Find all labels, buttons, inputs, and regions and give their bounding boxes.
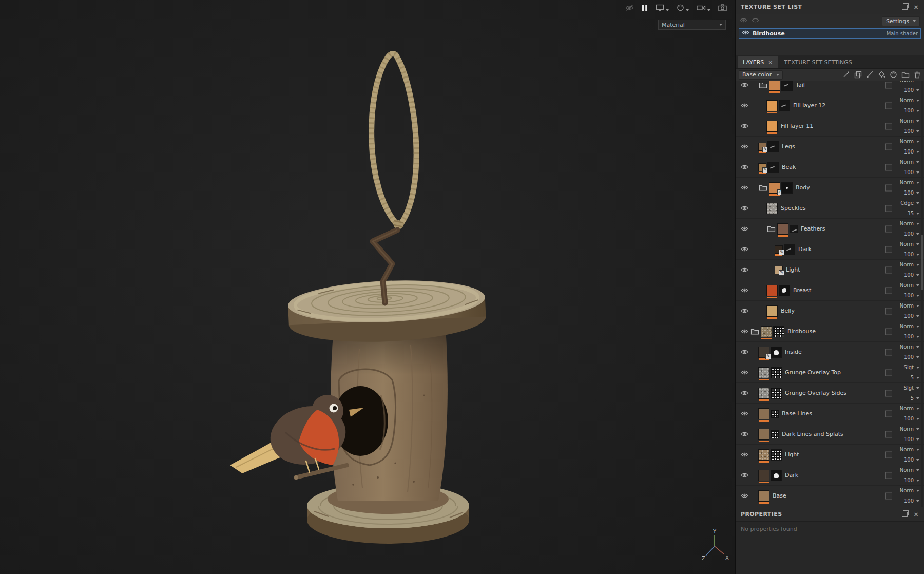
layer-visibility-toggle[interactable] <box>738 431 750 437</box>
layer-opacity[interactable]: 100 <box>904 87 919 93</box>
layer-name[interactable]: Dark <box>785 472 798 479</box>
layer-row[interactable]: Base Norm 100 <box>736 486 924 506</box>
layer-visibility-toggle[interactable] <box>738 472 750 478</box>
layer-blend-mode[interactable]: Norm <box>900 262 919 267</box>
layer-blend-mode[interactable]: Norm <box>900 98 919 103</box>
layer-row[interactable]: 2 Body Norm 100 <box>736 178 924 198</box>
material-mode-dropdown[interactable]: Material <box>658 20 726 30</box>
layer-row[interactable]: Speckles Cdge 35 <box>736 198 924 219</box>
layer-blend-mode[interactable]: Norm <box>900 159 919 165</box>
layer-row[interactable]: ✎ Beak Norm 100 <box>736 157 924 178</box>
layer-thumbnail[interactable] <box>767 285 777 296</box>
layer-row[interactable]: Breast Norm 100 <box>736 280 924 301</box>
layer-thumbnail[interactable] <box>759 450 769 460</box>
add-layer-icon[interactable] <box>854 71 862 79</box>
pause-icon[interactable] <box>642 4 648 11</box>
layer-thumbnail[interactable] <box>790 225 797 233</box>
layer-opacity[interactable]: 5 <box>911 375 919 380</box>
layer-thumbnail[interactable] <box>771 431 778 438</box>
display-mode-icon[interactable] <box>656 4 669 11</box>
layer-row[interactable]: ✎ Light Norm 100 <box>736 260 924 280</box>
layer-name[interactable]: Light <box>785 451 799 458</box>
layer-blend-mode[interactable]: Norm <box>900 344 919 350</box>
layer-thumbnail[interactable] <box>759 470 769 481</box>
layer-thumbnail[interactable] <box>759 368 769 378</box>
layer-name[interactable]: Light <box>786 266 800 273</box>
close-panel-icon[interactable]: × <box>914 4 919 10</box>
layer-blend-mode[interactable]: Norm <box>900 323 919 329</box>
layer-blend-mode[interactable]: Slgt <box>904 385 919 391</box>
layer-visibility-toggle[interactable] <box>738 205 750 211</box>
layer-row[interactable]: ✎ Dark Norm 100 <box>736 239 924 260</box>
eye-icon[interactable] <box>742 30 749 37</box>
delete-trash-icon[interactable] <box>914 71 921 79</box>
layer-opacity[interactable]: 100 <box>904 313 919 319</box>
viewport-3d[interactable]: Material Y Z X <box>0 0 735 574</box>
layer-blend-mode[interactable]: Norm <box>900 118 919 124</box>
layer-visibility-toggle[interactable] <box>738 308 750 314</box>
fill-bucket-icon[interactable] <box>878 71 886 79</box>
layer-opacity[interactable]: 100 <box>904 108 919 113</box>
settings-button[interactable]: Settings <box>882 16 920 26</box>
layer-thumbnail[interactable] <box>778 224 788 234</box>
layer-thumbnail[interactable]: 2 <box>769 183 780 193</box>
layer-thumbnail[interactable] <box>769 81 780 90</box>
layer-row[interactable]: Belly Norm 100 <box>736 301 924 321</box>
layer-thumbnail[interactable] <box>768 162 778 173</box>
texture-set-item-birdhouse[interactable]: Birdhouse Main shader <box>739 28 921 39</box>
layer-visibility-toggle[interactable] <box>738 329 750 334</box>
layer-visibility-toggle[interactable] <box>738 82 750 88</box>
layer-visibility-toggle[interactable] <box>738 288 750 293</box>
layer-visibility-toggle[interactable] <box>738 246 750 252</box>
layer-name[interactable]: Fill layer 12 <box>793 102 825 109</box>
layer-blend-mode[interactable]: Norm <box>900 180 919 185</box>
layer-visibility-toggle[interactable] <box>738 185 750 190</box>
layer-name[interactable]: Birdhouse <box>787 328 816 335</box>
layer-row[interactable]: ✎ Inside Norm 100 <box>736 342 924 362</box>
layer-visibility-toggle[interactable] <box>738 370 750 375</box>
effects-wand-icon[interactable] <box>842 71 850 79</box>
layer-thumbnail[interactable] <box>767 101 777 111</box>
layer-row[interactable]: Grunge Overlay Sides Slgt 5 <box>736 383 924 404</box>
scrollbar-thumb[interactable] <box>921 235 923 290</box>
layer-name[interactable]: Legs <box>782 143 795 150</box>
layer-thumbnail[interactable] <box>771 450 781 460</box>
float-panel-icon[interactable] <box>902 5 908 10</box>
layer-opacity[interactable]: 100 <box>904 477 919 483</box>
add-folder-icon[interactable] <box>901 71 910 79</box>
solo-view-icon[interactable] <box>752 17 759 25</box>
layer-blend-mode[interactable]: Norm <box>900 303 919 309</box>
screenshot-icon[interactable] <box>718 4 727 11</box>
layer-name[interactable]: Inside <box>785 349 802 355</box>
layer-thumbnail[interactable] <box>767 306 777 316</box>
layer-thumbnail[interactable] <box>767 121 777 131</box>
navigation-gizmo[interactable]: Y Z X <box>701 529 730 562</box>
layer-row[interactable]: Base Lines Norm 100 <box>736 404 924 424</box>
float-panel-icon[interactable] <box>902 512 908 517</box>
layer-name[interactable]: Belly <box>781 308 795 314</box>
camera-video-icon[interactable] <box>697 4 710 11</box>
layer-name[interactable]: Feathers <box>801 225 825 232</box>
layer-name[interactable]: Grunge Overlay Top <box>785 369 841 376</box>
layer-visibility-toggle[interactable] <box>738 493 750 499</box>
layer-blend-mode[interactable]: Norm <box>900 488 919 493</box>
layer-name[interactable]: Dark <box>798 246 812 253</box>
layers-scrollbar[interactable] <box>921 81 923 507</box>
layer-thumbnail[interactable] <box>768 142 778 152</box>
layer-opacity[interactable]: 100 <box>904 169 919 175</box>
layer-blend-mode[interactable]: Norm <box>900 406 919 411</box>
layer-visibility-toggle[interactable] <box>738 103 750 108</box>
layer-blend-mode[interactable]: Norm <box>900 241 919 247</box>
channel-selector-dropdown[interactable]: Base color <box>739 70 783 80</box>
layer-name[interactable]: Tail <box>796 82 805 88</box>
layer-thumbnail[interactable] <box>759 429 769 439</box>
layer-thumbnail[interactable]: ✎ <box>759 347 769 357</box>
layer-row[interactable]: Tail Norm 100 <box>736 81 924 95</box>
layer-name[interactable]: Base <box>773 492 786 499</box>
layer-blend-mode[interactable]: Norm <box>900 282 919 288</box>
layer-thumbnail[interactable] <box>771 470 781 481</box>
tab-close-icon[interactable]: × <box>768 59 773 66</box>
layer-thumbnail[interactable] <box>759 409 769 419</box>
layer-visibility-toggle[interactable] <box>738 349 750 355</box>
layer-blend-mode[interactable]: Cdge <box>900 200 919 206</box>
